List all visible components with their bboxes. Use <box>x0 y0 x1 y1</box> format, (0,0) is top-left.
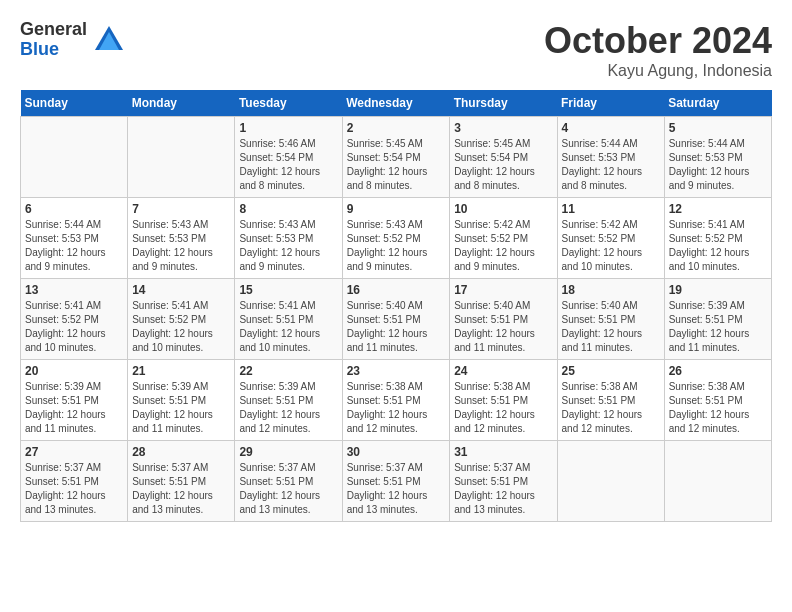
day-info: Sunrise: 5:39 AMSunset: 5:51 PMDaylight:… <box>669 299 767 355</box>
calendar-cell: 11Sunrise: 5:42 AMSunset: 5:52 PMDayligh… <box>557 198 664 279</box>
day-info: Sunrise: 5:37 AMSunset: 5:51 PMDaylight:… <box>25 461 123 517</box>
day-header-wednesday: Wednesday <box>342 90 450 117</box>
day-number: 13 <box>25 283 123 297</box>
day-info: Sunrise: 5:44 AMSunset: 5:53 PMDaylight:… <box>25 218 123 274</box>
day-info: Sunrise: 5:39 AMSunset: 5:51 PMDaylight:… <box>239 380 337 436</box>
week-row-3: 13Sunrise: 5:41 AMSunset: 5:52 PMDayligh… <box>21 279 772 360</box>
day-header-tuesday: Tuesday <box>235 90 342 117</box>
calendar-cell: 3Sunrise: 5:45 AMSunset: 5:54 PMDaylight… <box>450 117 557 198</box>
calendar-cell: 24Sunrise: 5:38 AMSunset: 5:51 PMDayligh… <box>450 360 557 441</box>
day-info: Sunrise: 5:41 AMSunset: 5:52 PMDaylight:… <box>132 299 230 355</box>
day-info: Sunrise: 5:43 AMSunset: 5:52 PMDaylight:… <box>347 218 446 274</box>
header-row: SundayMondayTuesdayWednesdayThursdayFrid… <box>21 90 772 117</box>
day-info: Sunrise: 5:40 AMSunset: 5:51 PMDaylight:… <box>454 299 552 355</box>
day-number: 20 <box>25 364 123 378</box>
day-info: Sunrise: 5:45 AMSunset: 5:54 PMDaylight:… <box>454 137 552 193</box>
calendar-table: SundayMondayTuesdayWednesdayThursdayFrid… <box>20 90 772 522</box>
day-number: 24 <box>454 364 552 378</box>
day-info: Sunrise: 5:41 AMSunset: 5:52 PMDaylight:… <box>25 299 123 355</box>
calendar-cell: 8Sunrise: 5:43 AMSunset: 5:53 PMDaylight… <box>235 198 342 279</box>
subtitle: Kayu Agung, Indonesia <box>544 62 772 80</box>
calendar-cell: 1Sunrise: 5:46 AMSunset: 5:54 PMDaylight… <box>235 117 342 198</box>
day-number: 25 <box>562 364 660 378</box>
day-number: 11 <box>562 202 660 216</box>
week-row-4: 20Sunrise: 5:39 AMSunset: 5:51 PMDayligh… <box>21 360 772 441</box>
day-info: Sunrise: 5:37 AMSunset: 5:51 PMDaylight:… <box>132 461 230 517</box>
day-info: Sunrise: 5:38 AMSunset: 5:51 PMDaylight:… <box>454 380 552 436</box>
calendar-cell: 18Sunrise: 5:40 AMSunset: 5:51 PMDayligh… <box>557 279 664 360</box>
day-info: Sunrise: 5:39 AMSunset: 5:51 PMDaylight:… <box>25 380 123 436</box>
day-info: Sunrise: 5:38 AMSunset: 5:51 PMDaylight:… <box>669 380 767 436</box>
day-number: 5 <box>669 121 767 135</box>
calendar-cell: 12Sunrise: 5:41 AMSunset: 5:52 PMDayligh… <box>664 198 771 279</box>
calendar-cell: 21Sunrise: 5:39 AMSunset: 5:51 PMDayligh… <box>128 360 235 441</box>
day-info: Sunrise: 5:38 AMSunset: 5:51 PMDaylight:… <box>347 380 446 436</box>
day-number: 10 <box>454 202 552 216</box>
day-info: Sunrise: 5:44 AMSunset: 5:53 PMDaylight:… <box>562 137 660 193</box>
day-number: 16 <box>347 283 446 297</box>
calendar-cell: 17Sunrise: 5:40 AMSunset: 5:51 PMDayligh… <box>450 279 557 360</box>
day-number: 3 <box>454 121 552 135</box>
day-number: 8 <box>239 202 337 216</box>
day-number: 12 <box>669 202 767 216</box>
day-info: Sunrise: 5:41 AMSunset: 5:52 PMDaylight:… <box>669 218 767 274</box>
calendar-cell: 23Sunrise: 5:38 AMSunset: 5:51 PMDayligh… <box>342 360 450 441</box>
calendar-cell: 29Sunrise: 5:37 AMSunset: 5:51 PMDayligh… <box>235 441 342 522</box>
calendar-cell: 27Sunrise: 5:37 AMSunset: 5:51 PMDayligh… <box>21 441 128 522</box>
day-number: 28 <box>132 445 230 459</box>
day-header-friday: Friday <box>557 90 664 117</box>
day-number: 15 <box>239 283 337 297</box>
day-info: Sunrise: 5:44 AMSunset: 5:53 PMDaylight:… <box>669 137 767 193</box>
day-info: Sunrise: 5:39 AMSunset: 5:51 PMDaylight:… <box>132 380 230 436</box>
day-number: 2 <box>347 121 446 135</box>
calendar-cell: 26Sunrise: 5:38 AMSunset: 5:51 PMDayligh… <box>664 360 771 441</box>
day-number: 22 <box>239 364 337 378</box>
day-number: 31 <box>454 445 552 459</box>
day-info: Sunrise: 5:46 AMSunset: 5:54 PMDaylight:… <box>239 137 337 193</box>
calendar-cell: 15Sunrise: 5:41 AMSunset: 5:51 PMDayligh… <box>235 279 342 360</box>
calendar-cell: 5Sunrise: 5:44 AMSunset: 5:53 PMDaylight… <box>664 117 771 198</box>
day-number: 23 <box>347 364 446 378</box>
day-info: Sunrise: 5:43 AMSunset: 5:53 PMDaylight:… <box>132 218 230 274</box>
calendar-cell <box>128 117 235 198</box>
title-section: October 2024 Kayu Agung, Indonesia <box>544 20 772 80</box>
day-number: 26 <box>669 364 767 378</box>
calendar-cell: 16Sunrise: 5:40 AMSunset: 5:51 PMDayligh… <box>342 279 450 360</box>
calendar-cell: 19Sunrise: 5:39 AMSunset: 5:51 PMDayligh… <box>664 279 771 360</box>
day-info: Sunrise: 5:41 AMSunset: 5:51 PMDaylight:… <box>239 299 337 355</box>
day-header-monday: Monday <box>128 90 235 117</box>
day-number: 19 <box>669 283 767 297</box>
day-number: 18 <box>562 283 660 297</box>
calendar-cell: 22Sunrise: 5:39 AMSunset: 5:51 PMDayligh… <box>235 360 342 441</box>
header: General Blue October 2024 Kayu Agung, In… <box>20 20 772 80</box>
day-info: Sunrise: 5:38 AMSunset: 5:51 PMDaylight:… <box>562 380 660 436</box>
day-number: 14 <box>132 283 230 297</box>
day-number: 21 <box>132 364 230 378</box>
calendar-cell: 4Sunrise: 5:44 AMSunset: 5:53 PMDaylight… <box>557 117 664 198</box>
calendar-cell: 10Sunrise: 5:42 AMSunset: 5:52 PMDayligh… <box>450 198 557 279</box>
calendar-cell: 20Sunrise: 5:39 AMSunset: 5:51 PMDayligh… <box>21 360 128 441</box>
day-number: 9 <box>347 202 446 216</box>
main-title: October 2024 <box>544 20 772 62</box>
calendar-cell: 6Sunrise: 5:44 AMSunset: 5:53 PMDaylight… <box>21 198 128 279</box>
day-info: Sunrise: 5:37 AMSunset: 5:51 PMDaylight:… <box>239 461 337 517</box>
day-info: Sunrise: 5:43 AMSunset: 5:53 PMDaylight:… <box>239 218 337 274</box>
week-row-1: 1Sunrise: 5:46 AMSunset: 5:54 PMDaylight… <box>21 117 772 198</box>
logo-icon <box>91 22 127 58</box>
calendar-cell: 30Sunrise: 5:37 AMSunset: 5:51 PMDayligh… <box>342 441 450 522</box>
calendar-cell <box>21 117 128 198</box>
day-header-saturday: Saturday <box>664 90 771 117</box>
day-info: Sunrise: 5:40 AMSunset: 5:51 PMDaylight:… <box>347 299 446 355</box>
day-info: Sunrise: 5:42 AMSunset: 5:52 PMDaylight:… <box>562 218 660 274</box>
day-header-thursday: Thursday <box>450 90 557 117</box>
day-info: Sunrise: 5:40 AMSunset: 5:51 PMDaylight:… <box>562 299 660 355</box>
day-header-sunday: Sunday <box>21 90 128 117</box>
calendar-cell: 7Sunrise: 5:43 AMSunset: 5:53 PMDaylight… <box>128 198 235 279</box>
logo-blue: Blue <box>20 39 59 59</box>
calendar-cell <box>557 441 664 522</box>
day-number: 4 <box>562 121 660 135</box>
day-number: 7 <box>132 202 230 216</box>
calendar-cell: 14Sunrise: 5:41 AMSunset: 5:52 PMDayligh… <box>128 279 235 360</box>
calendar-cell: 25Sunrise: 5:38 AMSunset: 5:51 PMDayligh… <box>557 360 664 441</box>
calendar-cell: 28Sunrise: 5:37 AMSunset: 5:51 PMDayligh… <box>128 441 235 522</box>
